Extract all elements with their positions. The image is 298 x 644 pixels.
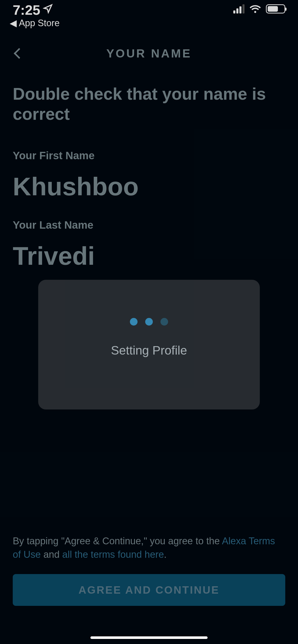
all-terms-link[interactable]: all the terms found here bbox=[62, 549, 164, 560]
page-title: YOUR NAME bbox=[106, 47, 192, 60]
last-name-field[interactable]: Trivedi bbox=[13, 241, 285, 271]
home-indicator[interactable] bbox=[90, 636, 208, 639]
chevron-left-icon bbox=[14, 48, 24, 59]
terms-text: By tapping "Agree & Continue," you agree… bbox=[13, 534, 285, 561]
loading-modal: Setting Profile bbox=[38, 280, 260, 409]
status-bar: 7:25 ◀ App Store bbox=[0, 0, 298, 25]
status-time: 7:25 bbox=[13, 2, 60, 18]
back-triangle-icon: ◀ bbox=[10, 18, 17, 28]
cellular-signal-icon bbox=[233, 4, 245, 13]
terms-pre: By tapping "Agree & Continue," you agree… bbox=[13, 536, 222, 546]
time-value: 7:25 bbox=[13, 2, 40, 18]
back-app-label: App Store bbox=[19, 18, 60, 28]
location-arrow-icon bbox=[43, 4, 53, 16]
terms-end: . bbox=[164, 549, 167, 560]
nav-header: YOUR NAME bbox=[0, 38, 298, 69]
bottom-section: By tapping "Agree & Continue," you agree… bbox=[13, 534, 285, 606]
status-icons bbox=[233, 4, 285, 14]
terms-mid: and bbox=[41, 549, 62, 560]
loading-dots-icon bbox=[130, 318, 168, 326]
modal-message: Setting Profile bbox=[111, 343, 187, 357]
battery-icon bbox=[266, 4, 285, 13]
agree-button-label: AGREE AND CONTINUE bbox=[78, 584, 219, 596]
wifi-icon bbox=[249, 4, 261, 14]
main-content: Double check that your name is correct Y… bbox=[0, 84, 298, 271]
back-to-app-store[interactable]: ◀ App Store bbox=[10, 18, 60, 28]
agree-continue-button[interactable]: AGREE AND CONTINUE bbox=[13, 574, 285, 606]
back-button[interactable] bbox=[13, 46, 25, 61]
page-heading: Double check that your name is correct bbox=[13, 84, 285, 124]
first-name-label: Your First Name bbox=[13, 150, 285, 162]
last-name-label: Your Last Name bbox=[13, 219, 285, 231]
first-name-field[interactable]: Khushboo bbox=[13, 172, 285, 201]
